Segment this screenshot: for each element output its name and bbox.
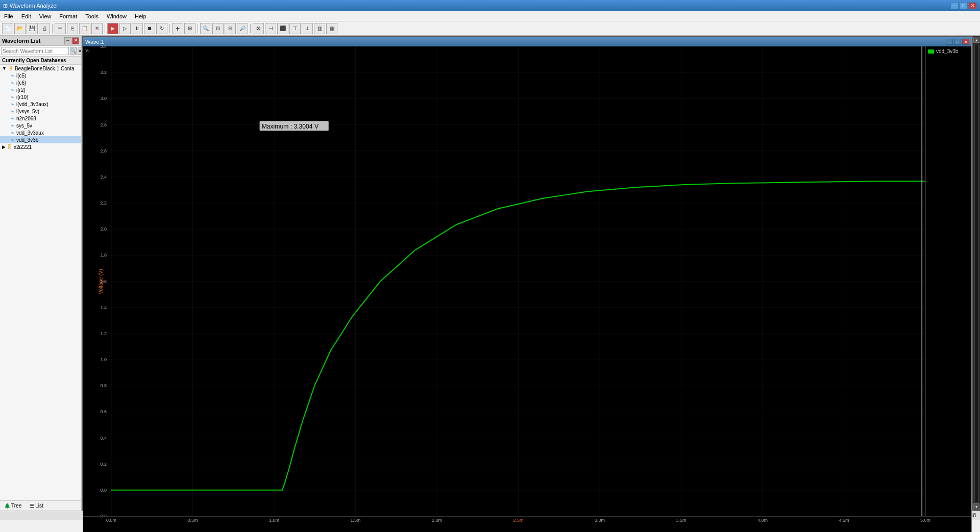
minimize-button[interactable]: ─ (950, 2, 959, 9)
database-icon: 🗄 (8, 65, 14, 71)
grid-button[interactable]: ⊞ (184, 23, 195, 34)
tree-item[interactable]: ∿i(c6) (0, 79, 81, 86)
wave-tool-1[interactable]: ⊤ (289, 23, 301, 34)
restore-button[interactable]: □ (960, 2, 968, 9)
waveform-svg: Maximum : 3.3004 V (111, 46, 925, 516)
wave-canvas[interactable]: Maximum : 3.3004 V (111, 46, 925, 516)
legend-color-vdd3v3b (928, 49, 934, 54)
tree-item[interactable]: ∿sys_5v (0, 122, 81, 129)
search-button[interactable]: 🔍 (70, 47, 77, 55)
x-tick: 3.0m (595, 518, 605, 523)
wave-area: Wave:1 ─ □ ✕ YI Voltage (V) 3.43.23.02.8… (82, 36, 973, 511)
zoom-region-button[interactable]: ⊟ (225, 23, 236, 34)
waveform-list-title: Waveform List (2, 38, 40, 44)
wave-maximize-button[interactable]: □ (954, 39, 961, 45)
list-view-button[interactable]: ☰ List (28, 502, 45, 509)
header-buttons: ─ ✕ (64, 37, 79, 44)
wave-legend: vdd_3v3b (925, 46, 971, 516)
sim-button-4[interactable]: ⏹ (144, 23, 155, 34)
wave-tool-3[interactable]: ▥ (314, 23, 325, 34)
add-wave-button[interactable]: + (172, 23, 183, 34)
measure-button[interactable]: ⊠ (253, 23, 264, 34)
menu-help[interactable]: Help (131, 11, 151, 21)
tree-item[interactable]: ∿n2n2068 (0, 115, 81, 122)
open-button[interactable]: 📂 (14, 23, 26, 34)
run-sim-button[interactable]: ▶ (107, 23, 118, 34)
wave-close-button[interactable]: ✕ (962, 39, 969, 45)
y-axis: YI Voltage (V) 3.43.23.02.82.62.42.22.01… (83, 46, 111, 516)
main-layout: Waveform List ─ ✕ 🔍 ✕ Currently Open Dat… (0, 36, 980, 511)
export-button[interactable]: ⬛ (277, 23, 288, 34)
y-tick: 3.2 (100, 70, 107, 75)
sim-button-3[interactable]: ⏸ (132, 23, 143, 34)
y-tick: 0.4 (100, 436, 107, 441)
menu-format[interactable]: Format (55, 11, 81, 21)
toolbar-sep-3 (169, 24, 170, 33)
y-tick: 3.4 (100, 44, 107, 49)
y-tick: 2.2 (100, 200, 107, 206)
tree-expander[interactable]: ▼ (2, 66, 7, 71)
menu-edit[interactable]: Edit (17, 11, 35, 21)
marker-button[interactable]: ⊣ (265, 23, 276, 34)
scroll-up-button[interactable]: ▴ (973, 37, 979, 43)
tree-item-label: BeagleBoneBlack.1 Conta (15, 66, 75, 71)
y-tick: 2.4 (100, 174, 107, 180)
menu-view[interactable]: View (35, 11, 56, 21)
tree-item[interactable]: ∿i(r10) (0, 93, 81, 100)
tree-item-label: vdd_3v3aux (16, 130, 44, 136)
tree-item[interactable]: ∿i(r2) (0, 86, 81, 93)
save-button[interactable]: 💾 (27, 23, 38, 34)
x-tick: 0.0m (106, 518, 116, 523)
x-tick: 0.5m (187, 518, 198, 523)
copy-button[interactable]: ⎘ (67, 23, 78, 34)
sim-button-5[interactable]: ↻ (156, 23, 167, 34)
app-icon: ⊞ (3, 3, 8, 9)
tree-view-button[interactable]: 🌲 Tree (2, 502, 23, 509)
wave-minimize-button[interactable]: ─ (946, 39, 953, 45)
tree-expander[interactable]: ▶ (2, 144, 6, 149)
tree-item[interactable]: ∿i(c5) (0, 72, 81, 79)
x-tick: 2.0m (432, 518, 442, 523)
x-tick: 4.0m (757, 518, 768, 523)
sim-button-2[interactable]: ▷ (119, 23, 131, 34)
print-button[interactable]: 🖨 (39, 23, 50, 34)
menu-window[interactable]: Window (103, 11, 131, 21)
zoom-fit-button[interactable]: ⊡ (212, 23, 224, 34)
delete-button[interactable]: ✕ (91, 23, 103, 34)
menu-file[interactable]: File (0, 11, 17, 21)
y-tick: 0.8 (100, 383, 107, 388)
x-tick: 5.0m (920, 518, 930, 523)
x-tick: 2.5m (513, 518, 523, 523)
waveform-list-minimize[interactable]: ─ (64, 37, 71, 44)
waveform-icon: ∿ (9, 115, 15, 121)
v-scroll-track[interactable] (974, 44, 978, 502)
cut-button[interactable]: ✂ (55, 23, 66, 34)
tree-item[interactable]: ▶🗄x2i2221 (0, 143, 81, 150)
search-input[interactable] (1, 47, 69, 55)
close-button[interactable]: ✕ (969, 2, 977, 9)
tree-item-label: i(r2) (16, 87, 26, 93)
tree-item[interactable]: ▼🗄BeagleBoneBlack.1 Conta (0, 65, 81, 72)
menu-tools[interactable]: Tools (81, 11, 103, 21)
search-bar: 🔍 ✕ (0, 46, 81, 57)
tree-content[interactable]: ▼🗄BeagleBoneBlack.1 Conta∿i(c5)∿i(c6)∿i(… (0, 65, 81, 500)
tree-item[interactable]: ∿i(vsys_5v) (0, 108, 81, 115)
wave-tool-2[interactable]: ⊥ (302, 23, 313, 34)
vertical-scrollbar[interactable]: ▴ ▾ (973, 36, 980, 511)
y-tick: 1.0 (100, 357, 107, 362)
y-tick: 0.0 (100, 488, 107, 493)
scroll-down-button[interactable]: ▾ (973, 503, 979, 510)
new-button[interactable]: 📄 (2, 23, 13, 34)
tree-item[interactable]: ∿i(vdd_3v3aux) (0, 100, 81, 108)
waveform-list-close[interactable]: ✕ (72, 37, 79, 44)
y-tick: 0.2 (100, 462, 107, 467)
wave-tool-4[interactable]: ▦ (326, 23, 337, 34)
paste-button[interactable]: 📋 (79, 23, 90, 34)
tree-item[interactable]: ∿vdd_3v3b (0, 136, 81, 143)
legend-item-vdd3v3b: vdd_3v3b (928, 48, 969, 54)
waveform-list-header: Waveform List ─ ✕ (0, 36, 81, 46)
zoom-out-button[interactable]: 🔎 (237, 23, 248, 34)
zoom-in-button[interactable]: 🔍 (200, 23, 211, 34)
tree-item-label: i(c5) (16, 73, 26, 79)
tree-item[interactable]: ∿vdd_3v3aux (0, 129, 81, 136)
